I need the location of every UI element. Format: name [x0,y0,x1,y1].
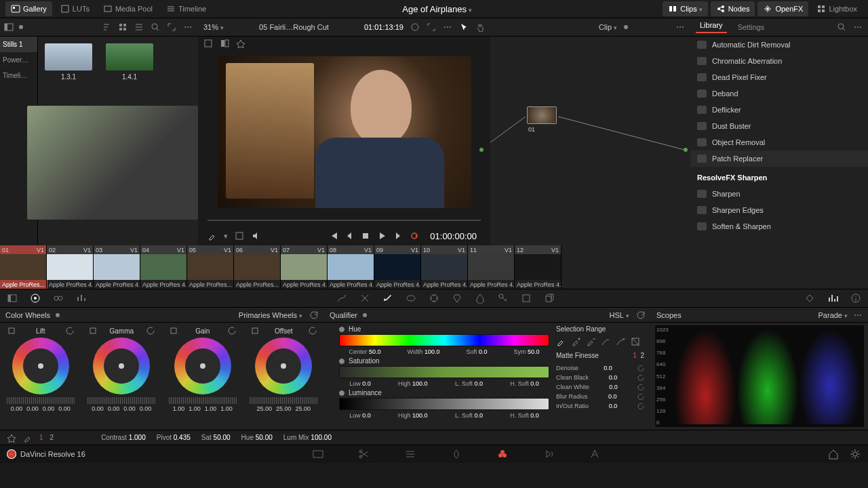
still-item[interactable]: 1.4.1 [106,43,153,81]
fx-item[interactable]: Object Removal [690,134,868,150]
gallery-toggle[interactable]: Gallery [5,1,52,16]
pivot-field[interactable]: 0.435 [174,434,191,441]
node-01[interactable] [527,106,557,124]
color-page-icon[interactable] [496,448,509,460]
hdr-icon[interactable] [53,293,64,304]
clips-toggle[interactable]: Clips [663,1,707,16]
color-wheel[interactable] [93,338,150,394]
wheel-value[interactable]: 1.00 [220,405,233,412]
prev-frame-button[interactable] [344,231,354,241]
wheel-value[interactable]: 0.00 [123,405,136,412]
tab-library[interactable]: Library [696,21,727,33]
hue-bar[interactable] [339,334,549,346]
checkbox-icon[interactable] [235,231,244,241]
feather-sub-icon[interactable] [616,337,625,346]
graph-input[interactable] [479,148,484,152]
picker-icon[interactable] [556,337,566,346]
clip-thumbnail[interactable]: 08V1Apple ProRes 4... [328,245,374,289]
master-wheel[interactable] [169,397,237,404]
fx-item[interactable]: Automatic Dirt Removal [690,37,868,53]
wheel-value[interactable]: 0.00 [140,405,152,412]
mf-page-1[interactable]: 1 [633,352,637,359]
feather-add-icon[interactable] [601,337,610,346]
primaries-icon[interactable] [30,293,41,304]
scrubber[interactable] [208,220,481,221]
mf-value[interactable]: 0.0 [609,403,618,409]
sidebar-item-timelines[interactable]: Timeli… [0,68,37,83]
lummix-field[interactable]: 100.00 [311,434,332,441]
master-wheel[interactable] [250,397,317,404]
bypass-icon[interactable] [410,22,420,32]
wheels-mode[interactable]: Primaries Wheels [239,311,302,319]
fx-item[interactable]: Dust Buster [690,118,868,134]
lum-toggle[interactable] [339,390,344,396]
wheel-value[interactable]: 25.00 [256,405,272,412]
clip-thumbnail[interactable]: 11V1Apple ProRes 4... [468,245,515,289]
tab-settings[interactable]: Settings [734,23,769,31]
qualifier-icon[interactable] [382,293,393,304]
more-icon[interactable] [443,22,452,32]
3d-icon[interactable] [544,293,555,304]
wheel-value[interactable]: 0.00 [11,405,23,412]
pointer-icon[interactable] [459,22,469,32]
sat-toggle[interactable] [339,359,344,364]
qualifier-mode[interactable]: HSL [610,311,629,319]
reset-icon[interactable] [227,326,237,336]
sidebar-item-powergrades[interactable]: Power… [0,52,37,68]
wheel-value[interactable]: 25.00 [296,405,311,412]
reset-icon[interactable] [637,393,644,400]
clip-thumbnail[interactable]: 04V1Apple ProRes 4... [140,245,187,289]
search-icon[interactable] [151,22,160,32]
more-icon[interactable] [183,22,193,32]
mf-value[interactable]: 0.0 [608,393,617,400]
fusion-page-icon[interactable] [450,448,462,460]
mediapool-toggle[interactable]: Media Pool [98,1,158,16]
media-page-icon[interactable] [312,448,324,460]
wheel-value[interactable]: 0.00 [92,405,104,412]
blackpoint-icon[interactable] [7,326,16,336]
fx-item[interactable]: Dead Pixel Fixer [690,69,868,85]
master-wheel[interactable] [7,397,75,404]
reset-icon[interactable] [637,374,644,381]
mf-value[interactable]: 0.0 [609,384,618,390]
wheel-value[interactable]: 0.00 [26,405,39,412]
play-button[interactable] [377,231,387,241]
curves-icon[interactable] [336,293,347,304]
mf-value[interactable]: 0.0 [609,374,618,381]
more-icon[interactable] [675,22,685,32]
reset-icon[interactable] [65,326,75,336]
lightbox-toggle[interactable]: Lightbox [811,1,863,16]
loop-button[interactable] [410,231,419,241]
reset-icon[interactable] [146,326,155,336]
zoom-level[interactable]: 31% [203,23,224,31]
sidebar-item-stills[interactable]: Stills 1 [0,37,37,52]
reset-icon[interactable] [308,326,317,336]
wheel-value[interactable]: 25.00 [276,405,292,412]
wheel-value[interactable]: 1.00 [205,405,217,412]
master-wheel[interactable] [87,397,155,404]
more-icon[interactable] [853,310,863,320]
project-title[interactable]: Age of Airplanes [402,4,472,14]
viewer-video[interactable] [218,56,471,208]
sat-field[interactable]: 50.00 [214,434,231,441]
color-wheel[interactable] [12,338,69,394]
fx-item[interactable]: Deband [690,85,868,102]
clip-thumbnail[interactable]: 09V1Apple ProRes 4... [374,245,421,289]
timeline-name[interactable]: 05 Fairli…Rough Cut [231,23,357,31]
rgb-mixer-icon[interactable] [76,293,87,304]
fx-item[interactable]: Sharpen [690,186,868,202]
keyframes-icon[interactable] [804,293,815,304]
invert-icon[interactable] [631,337,640,346]
nodes-toggle[interactable]: Nodes [711,1,755,16]
fx-item[interactable]: Sharpen Edges [690,202,868,218]
home-icon[interactable] [827,448,840,460]
fx-item[interactable]: Soften & Sharpen [690,218,868,235]
graph-output[interactable] [684,148,688,152]
blackpoint-icon[interactable] [169,326,178,336]
splitscreen-icon[interactable] [220,39,229,48]
picker-icon[interactable] [23,433,33,443]
deliver-page-icon[interactable] [589,448,601,460]
leftpanel-icon[interactable] [7,293,18,304]
scopes-icon[interactable] [827,293,838,304]
clip-thumbnail[interactable]: 12V1Apple ProRes 4... [515,245,561,289]
